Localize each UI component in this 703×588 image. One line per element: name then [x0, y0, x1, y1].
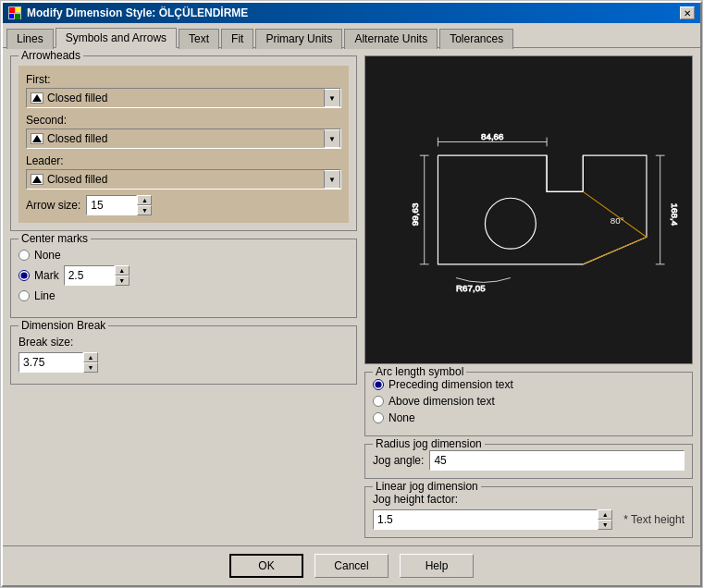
tab-symbols-arrows[interactable]: Symbols and Arrows — [56, 28, 177, 48]
leader-dropdown-btn[interactable] — [324, 170, 340, 189]
dimension-break-label: Dimension Break — [18, 319, 108, 332]
svg-text:99,63: 99,63 — [410, 202, 420, 226]
dim-break-inner: Break size: ▲ ▼ — [18, 332, 349, 376]
leader-dropdown[interactable]: Closed filled — [26, 169, 341, 190]
preview-canvas: 84,66 99,63 168,4 — [364, 55, 693, 364]
arrow-size-up[interactable]: ▲ — [137, 195, 152, 205]
text-height-note: * Text height — [623, 513, 684, 526]
jog-height-input[interactable] — [373, 509, 598, 530]
jog-height-btns: ▲ ▼ — [598, 509, 612, 530]
linear-jog-label: Linear jog dimension — [373, 480, 481, 493]
second-dropdown-btn[interactable] — [324, 129, 340, 148]
mark-down[interactable]: ▼ — [115, 276, 130, 286]
break-size-up[interactable]: ▲ — [83, 352, 98, 362]
mark-spinner: ▲ ▼ — [64, 265, 130, 286]
radio-mark-label: Mark — [34, 269, 59, 282]
arc-option2-row: Above dimension text — [373, 395, 684, 408]
arc-option3-row: None — [373, 411, 684, 424]
svg-marker-5 — [32, 135, 42, 142]
main-content: Arrowheads First: Closed filled — [3, 48, 700, 545]
break-size-label: Break size: — [18, 336, 349, 349]
break-size-input[interactable] — [18, 352, 83, 373]
radio-mark[interactable] — [18, 270, 30, 281]
jog-height-label: Jog height factor: — [373, 493, 458, 506]
radius-jog-group: Radius jog dimension Jog angle: — [364, 444, 693, 479]
arrowheads-group: Arrowheads First: Closed filled — [10, 55, 357, 231]
svg-text:168,4: 168,4 — [670, 203, 680, 227]
arrow-size-btns: ▲ ▼ — [137, 195, 152, 215]
leader-label: Leader: — [26, 154, 341, 167]
arrowheads-bg: First: Closed filled — [18, 66, 349, 223]
dialog-title: Modify Dimension Style: ÖLÇÜLENDİRME — [27, 6, 248, 19]
mark-btns: ▲ ▼ — [115, 265, 130, 286]
linear-jog-group: Linear jog dimension Jog height factor: … — [364, 486, 693, 538]
jog-angle-input[interactable] — [429, 450, 684, 471]
jog-angle-row: Jog angle: — [373, 450, 684, 471]
break-size-btns: ▲ ▼ — [83, 352, 98, 373]
radio-line-label: Line — [34, 289, 56, 302]
leader-value: Closed filled — [47, 173, 107, 186]
left-panel: Arrowheads First: Closed filled — [10, 55, 357, 538]
svg-rect-0 — [9, 7, 15, 13]
title-bar: Modify Dimension Style: ÖLÇÜLENDİRME ✕ — [3, 3, 700, 23]
jog-height-down[interactable]: ▼ — [598, 520, 612, 530]
svg-text:80°: 80° — [610, 215, 624, 226]
second-icon-box — [31, 133, 43, 144]
svg-marker-4 — [32, 94, 42, 102]
second-label: Second: — [26, 114, 341, 127]
svg-text:R67,05: R67,05 — [456, 283, 486, 293]
svg-rect-1 — [16, 7, 20, 12]
radius-jog-label: Radius jog dimension — [373, 437, 485, 450]
arc-radio-none[interactable] — [373, 412, 384, 423]
arc-option1-label: Preceding dimension text — [388, 378, 513, 391]
jog-height-up[interactable]: ▲ — [598, 509, 612, 520]
svg-rect-2 — [9, 14, 14, 18]
break-size-down[interactable]: ▼ — [83, 362, 98, 373]
close-button[interactable]: ✕ — [680, 6, 695, 19]
arc-radio-preceding[interactable] — [373, 379, 384, 390]
radio-line[interactable] — [18, 290, 30, 301]
linear-jog-row: ▲ ▼ * Text height — [373, 509, 684, 530]
arc-option1-row: Preceding dimension text — [373, 378, 684, 391]
tab-lines[interactable]: Lines — [6, 29, 54, 49]
tab-primary-units[interactable]: Primary Units — [255, 29, 342, 49]
tab-alternate-units[interactable]: Alternate Units — [344, 29, 438, 49]
center-marks-group: Center marks None Mark ▲ ▼ — [10, 239, 357, 318]
arrow-size-spinner: ▲ ▼ — [86, 195, 152, 215]
tab-bar: Lines Symbols and Arrows Text Fit Primar… — [3, 23, 700, 48]
radio-none-row: None — [18, 249, 349, 262]
tab-fit[interactable]: Fit — [221, 29, 253, 49]
jog-angle-label: Jog angle: — [373, 454, 424, 467]
center-marks-label: Center marks — [18, 232, 91, 245]
ok-button[interactable]: OK — [229, 554, 303, 578]
cancel-button[interactable]: Cancel — [314, 554, 388, 578]
tab-tolerances[interactable]: Tolerances — [439, 29, 513, 49]
radio-line-row: Line — [18, 289, 349, 302]
second-dropdown[interactable]: Closed filled — [26, 129, 341, 149]
arrow-size-input[interactable] — [86, 195, 137, 215]
arc-radio-above[interactable] — [373, 396, 384, 407]
arc-symbol-group: Arc length symbol Preceding dimension te… — [364, 372, 693, 436]
arrow-size-down[interactable]: ▼ — [137, 205, 152, 215]
tab-text[interactable]: Text — [179, 29, 219, 49]
arrowheads-label: Arrowheads — [18, 49, 83, 62]
second-value: Closed filled — [47, 132, 107, 145]
help-button[interactable]: Help — [400, 554, 474, 578]
first-dropdown-btn[interactable] — [324, 89, 340, 107]
dialog-window: Modify Dimension Style: ÖLÇÜLENDİRME ✕ L… — [1, 1, 702, 587]
right-panel: 84,66 99,63 168,4 — [364, 55, 693, 538]
leader-dropdown-inner: Closed filled — [27, 170, 324, 189]
radio-none-label: None — [34, 249, 61, 262]
radio-none[interactable] — [18, 250, 30, 261]
svg-rect-3 — [15, 14, 20, 19]
break-size-spinner: ▲ ▼ — [18, 352, 349, 373]
jog-height-spinner: ▲ ▼ — [373, 509, 612, 530]
mark-input[interactable] — [64, 265, 115, 286]
svg-text:84,66: 84,66 — [481, 131, 504, 141]
arc-option3-label: None — [388, 411, 415, 424]
first-value: Closed filled — [47, 92, 107, 104]
first-dropdown[interactable]: Closed filled — [26, 88, 341, 108]
mark-up[interactable]: ▲ — [115, 265, 130, 276]
arc-symbol-label: Arc length symbol — [373, 365, 466, 378]
app-icon — [8, 6, 21, 19]
